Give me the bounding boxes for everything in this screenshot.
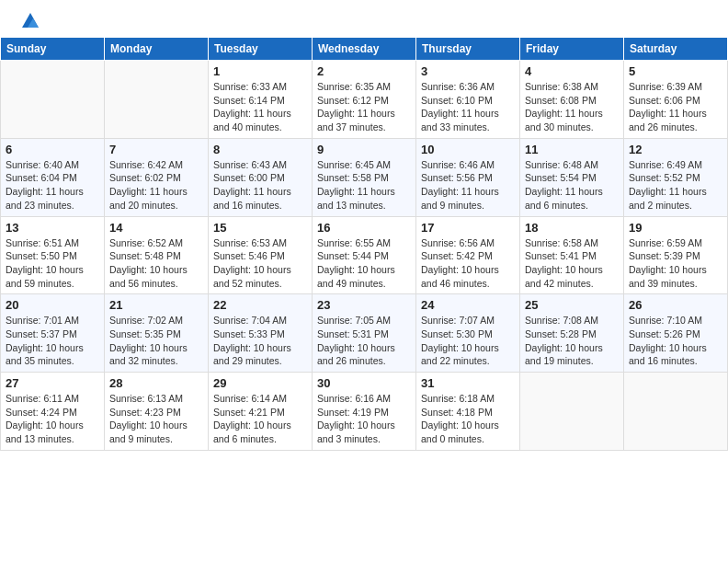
day-number: 6 xyxy=(6,143,99,156)
day-number: 31 xyxy=(421,376,515,390)
day-number: 8 xyxy=(213,143,307,156)
day-number: 21 xyxy=(109,298,203,312)
day-info: Sunrise: 6:11 AMSunset: 4:24 PMDaylight:… xyxy=(6,392,99,446)
day-info: Sunrise: 6:55 AMSunset: 5:44 PMDaylight:… xyxy=(317,236,411,291)
calendar-cell: 26Sunrise: 7:10 AMSunset: 5:26 PMDayligh… xyxy=(624,294,728,373)
day-info: Sunrise: 6:53 AMSunset: 5:46 PMDaylight:… xyxy=(213,236,307,291)
day-number: 17 xyxy=(421,221,515,235)
day-info: Sunrise: 6:36 AMSunset: 6:10 PMDaylight:… xyxy=(421,80,515,134)
day-number: 7 xyxy=(109,143,203,156)
calendar-cell: 6Sunrise: 6:40 AMSunset: 6:04 PMDaylight… xyxy=(1,138,105,216)
calendar-cell: 24Sunrise: 7:07 AMSunset: 5:30 PMDayligh… xyxy=(416,294,520,373)
day-number: 28 xyxy=(109,376,203,390)
calendar-cell: 27Sunrise: 6:11 AMSunset: 4:24 PMDayligh… xyxy=(1,373,105,451)
calendar-cell xyxy=(1,61,105,139)
day-info: Sunrise: 6:52 AMSunset: 5:48 PMDaylight:… xyxy=(109,236,203,291)
calendar-cell: 12Sunrise: 6:49 AMSunset: 5:52 PMDayligh… xyxy=(624,138,728,216)
calendar-cell: 19Sunrise: 6:59 AMSunset: 5:39 PMDayligh… xyxy=(624,216,728,294)
day-number: 13 xyxy=(6,221,99,235)
calendar-week-row: 27Sunrise: 6:11 AMSunset: 4:24 PMDayligh… xyxy=(1,373,728,451)
logo-icon xyxy=(20,11,40,31)
day-number: 29 xyxy=(213,376,307,390)
calendar-cell: 21Sunrise: 7:02 AMSunset: 5:35 PMDayligh… xyxy=(105,294,209,373)
day-info: Sunrise: 6:51 AMSunset: 5:50 PMDaylight:… xyxy=(6,236,99,291)
weekday-header-thursday: Thursday xyxy=(416,38,520,61)
day-info: Sunrise: 6:14 AMSunset: 4:21 PMDaylight:… xyxy=(213,392,307,446)
calendar-cell: 9Sunrise: 6:45 AMSunset: 5:58 PMDaylight… xyxy=(313,138,416,216)
calendar-week-row: 20Sunrise: 7:01 AMSunset: 5:37 PMDayligh… xyxy=(1,294,728,373)
page-header xyxy=(0,0,728,31)
day-info: Sunrise: 6:48 AMSunset: 5:54 PMDaylight:… xyxy=(525,158,619,213)
day-number: 15 xyxy=(213,221,307,235)
day-number: 14 xyxy=(109,221,203,235)
calendar-cell: 29Sunrise: 6:14 AMSunset: 4:21 PMDayligh… xyxy=(209,373,313,451)
weekday-header-tuesday: Tuesday xyxy=(209,38,313,61)
calendar-cell: 25Sunrise: 7:08 AMSunset: 5:28 PMDayligh… xyxy=(520,294,624,373)
calendar-cell: 17Sunrise: 6:56 AMSunset: 5:42 PMDayligh… xyxy=(416,216,520,294)
calendar-cell: 16Sunrise: 6:55 AMSunset: 5:44 PMDayligh… xyxy=(313,216,416,294)
day-info: Sunrise: 7:04 AMSunset: 5:33 PMDaylight:… xyxy=(213,314,307,368)
calendar-cell xyxy=(624,373,728,451)
day-info: Sunrise: 7:01 AMSunset: 5:37 PMDaylight:… xyxy=(6,314,99,368)
day-info: Sunrise: 6:35 AMSunset: 6:12 PMDaylight:… xyxy=(317,80,411,134)
calendar-cell xyxy=(105,61,209,139)
weekday-header-row: SundayMondayTuesdayWednesdayThursdayFrid… xyxy=(1,38,728,61)
day-number: 23 xyxy=(317,298,411,312)
logo xyxy=(18,11,40,28)
weekday-header-saturday: Saturday xyxy=(624,38,728,61)
weekday-header-monday: Monday xyxy=(105,38,209,61)
day-info: Sunrise: 6:59 AMSunset: 5:39 PMDaylight:… xyxy=(629,236,722,291)
calendar-cell: 1Sunrise: 6:33 AMSunset: 6:14 PMDaylight… xyxy=(209,61,313,139)
day-info: Sunrise: 6:43 AMSunset: 6:00 PMDaylight:… xyxy=(213,158,307,213)
calendar-cell: 22Sunrise: 7:04 AMSunset: 5:33 PMDayligh… xyxy=(209,294,313,373)
day-number: 19 xyxy=(629,221,722,235)
calendar-cell: 18Sunrise: 6:58 AMSunset: 5:41 PMDayligh… xyxy=(520,216,624,294)
day-info: Sunrise: 6:45 AMSunset: 5:58 PMDaylight:… xyxy=(317,158,411,213)
calendar-cell: 28Sunrise: 6:13 AMSunset: 4:23 PMDayligh… xyxy=(105,373,209,451)
calendar-cell: 5Sunrise: 6:39 AMSunset: 6:06 PMDaylight… xyxy=(624,61,728,139)
day-number: 30 xyxy=(317,376,411,390)
day-info: Sunrise: 6:16 AMSunset: 4:19 PMDaylight:… xyxy=(317,392,411,446)
calendar-table: SundayMondayTuesdayWednesdayThursdayFrid… xyxy=(0,37,728,451)
calendar-week-row: 1Sunrise: 6:33 AMSunset: 6:14 PMDaylight… xyxy=(1,61,728,139)
day-number: 18 xyxy=(525,221,619,235)
calendar-cell: 11Sunrise: 6:48 AMSunset: 5:54 PMDayligh… xyxy=(520,138,624,216)
weekday-header-friday: Friday xyxy=(520,38,624,61)
day-info: Sunrise: 7:07 AMSunset: 5:30 PMDaylight:… xyxy=(421,314,515,368)
day-number: 25 xyxy=(525,298,619,312)
calendar-cell: 10Sunrise: 6:46 AMSunset: 5:56 PMDayligh… xyxy=(416,138,520,216)
weekday-header-wednesday: Wednesday xyxy=(313,38,416,61)
calendar-cell: 13Sunrise: 6:51 AMSunset: 5:50 PMDayligh… xyxy=(1,216,105,294)
day-info: Sunrise: 6:13 AMSunset: 4:23 PMDaylight:… xyxy=(109,392,203,446)
day-number: 16 xyxy=(317,221,411,235)
day-number: 22 xyxy=(213,298,307,312)
day-info: Sunrise: 6:58 AMSunset: 5:41 PMDaylight:… xyxy=(525,236,619,291)
day-number: 5 xyxy=(629,64,722,78)
day-number: 3 xyxy=(421,64,515,78)
calendar-cell: 8Sunrise: 6:43 AMSunset: 6:00 PMDaylight… xyxy=(209,138,313,216)
day-info: Sunrise: 6:42 AMSunset: 6:02 PMDaylight:… xyxy=(109,158,203,213)
calendar-cell: 31Sunrise: 6:18 AMSunset: 4:18 PMDayligh… xyxy=(416,373,520,451)
day-info: Sunrise: 6:46 AMSunset: 5:56 PMDaylight:… xyxy=(421,158,515,213)
day-number: 27 xyxy=(6,376,99,390)
day-info: Sunrise: 6:49 AMSunset: 5:52 PMDaylight:… xyxy=(629,158,722,213)
day-number: 9 xyxy=(317,143,411,156)
calendar-week-row: 13Sunrise: 6:51 AMSunset: 5:50 PMDayligh… xyxy=(1,216,728,294)
calendar-cell: 14Sunrise: 6:52 AMSunset: 5:48 PMDayligh… xyxy=(105,216,209,294)
day-info: Sunrise: 7:08 AMSunset: 5:28 PMDaylight:… xyxy=(525,314,619,368)
calendar-cell: 23Sunrise: 7:05 AMSunset: 5:31 PMDayligh… xyxy=(313,294,416,373)
calendar-cell: 20Sunrise: 7:01 AMSunset: 5:37 PMDayligh… xyxy=(1,294,105,373)
day-info: Sunrise: 6:56 AMSunset: 5:42 PMDaylight:… xyxy=(421,236,515,291)
day-number: 11 xyxy=(525,143,619,156)
calendar-cell: 2Sunrise: 6:35 AMSunset: 6:12 PMDaylight… xyxy=(313,61,416,139)
day-number: 1 xyxy=(213,64,307,78)
calendar-cell xyxy=(520,373,624,451)
day-info: Sunrise: 6:18 AMSunset: 4:18 PMDaylight:… xyxy=(421,392,515,446)
day-number: 2 xyxy=(317,64,411,78)
calendar-cell: 30Sunrise: 6:16 AMSunset: 4:19 PMDayligh… xyxy=(313,373,416,451)
day-number: 24 xyxy=(421,298,515,312)
day-number: 4 xyxy=(525,64,619,78)
day-info: Sunrise: 7:05 AMSunset: 5:31 PMDaylight:… xyxy=(317,314,411,368)
day-number: 12 xyxy=(629,143,722,156)
calendar-week-row: 6Sunrise: 6:40 AMSunset: 6:04 PMDaylight… xyxy=(1,138,728,216)
